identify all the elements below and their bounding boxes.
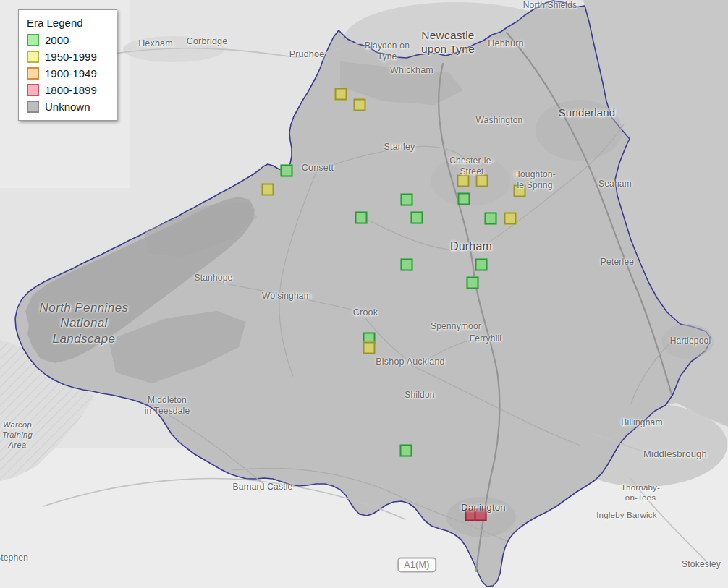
legend-label: 1900-1949 (45, 67, 97, 80)
map-marker-era1800[interactable] (475, 509, 487, 521)
legend-label: 2000- (45, 34, 72, 46)
legend-swatch-era2000 (27, 34, 39, 46)
legend-label: Unknown (45, 101, 90, 113)
map-marker-era1950[interactable] (514, 185, 526, 197)
legend-title: Era Legend (27, 17, 111, 29)
map-marker-era2000[interactable] (281, 165, 293, 177)
map-marker-era1950[interactable] (354, 99, 366, 111)
map-marker-era1950[interactable] (363, 342, 376, 354)
map-marker-era1950[interactable] (476, 175, 488, 187)
map-marker-era2000[interactable] (411, 212, 423, 224)
map-marker-era2000[interactable] (401, 259, 413, 271)
legend-label: 1800-1899 (45, 84, 97, 96)
legend-swatch-era1800 (27, 84, 39, 96)
legend-row-era1800: 1800-1899 (27, 84, 111, 96)
legend-swatch-era1950 (27, 51, 39, 63)
map-marker-era2000[interactable] (467, 277, 479, 289)
map-marker-era2000[interactable] (475, 259, 488, 271)
map-marker-era2000[interactable] (400, 445, 412, 457)
era-legend: Era Legend 2000-1950-19991900-19491800-1… (18, 9, 117, 121)
map-canvas[interactable]: North ShieldsNewcastle upon TyneHebburnH… (0, 0, 728, 588)
legend-swatch-era1900 (27, 67, 39, 80)
map-marker-era1950[interactable] (457, 175, 470, 187)
map-marker-era1950[interactable] (262, 184, 274, 196)
legend-row-era1900: 1900-1949 (27, 67, 111, 80)
map-marker-era2000[interactable] (458, 193, 470, 205)
legend-row-era2000: 2000- (27, 34, 111, 46)
map-marker-era2000[interactable] (401, 194, 413, 206)
map-marker-era2000[interactable] (355, 212, 368, 224)
legend-row-unknown: Unknown (27, 101, 111, 113)
map-marker-era1950[interactable] (335, 88, 347, 101)
road-badge-a1m: A1(M) (397, 558, 436, 573)
legend-swatch-unknown (27, 101, 39, 113)
map-marker-era1950[interactable] (504, 213, 517, 225)
legend-label: 1950-1999 (45, 51, 97, 63)
legend-row-era1950: 1950-1999 (27, 51, 111, 63)
legend-items: 2000-1950-19991900-19491800-1899Unknown (27, 34, 111, 113)
map-marker-era2000[interactable] (485, 213, 497, 225)
